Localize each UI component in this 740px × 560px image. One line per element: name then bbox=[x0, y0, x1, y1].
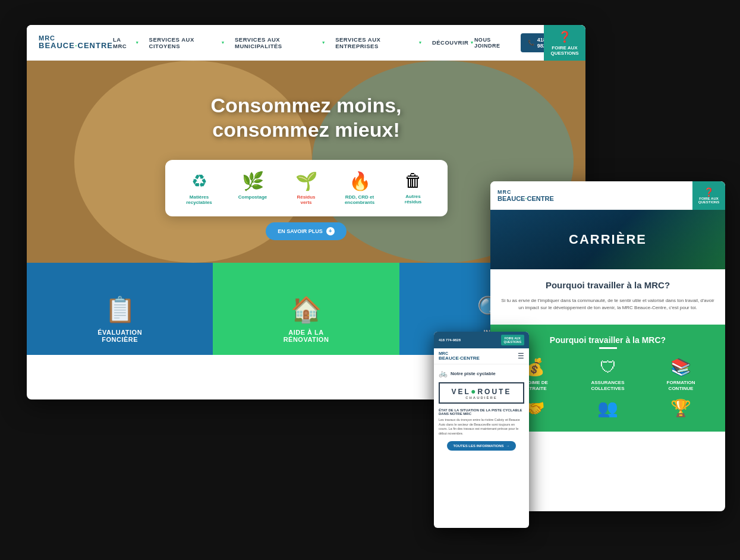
mobile-logo: MRC BEAUCE·CENTRE bbox=[439, 351, 480, 361]
plus-icon: + bbox=[326, 227, 335, 235]
tablet-logo: MRC BEAUCE·CENTRE bbox=[497, 189, 554, 202]
nav-decouvrir[interactable]: DÉCOUVRIR ▼ bbox=[432, 39, 474, 46]
mobile-etat-desc: Les travaux du tronçon entre la rivière … bbox=[439, 418, 524, 436]
tile-evaluation-label: ÉVALUATIONFONCIÈRE bbox=[97, 329, 142, 343]
trash-icon: 🗑 bbox=[404, 171, 422, 191]
tablet-benefits-row2: 🤝 👥 🏆 bbox=[501, 398, 714, 421]
tablet-question-icon: ❓ bbox=[704, 187, 714, 197]
hero-cards-container: ♻ Matièresrecyclables 🌿 Compostage 🌱 Rés… bbox=[165, 160, 448, 216]
document-search-icon: 📋 bbox=[105, 295, 136, 324]
tablet-logo-beauce: BEAUCE·CENTRE bbox=[497, 195, 554, 202]
fire-icon: 🔥 bbox=[349, 171, 371, 191]
mobile-logo-bar: MRC BEAUCE·CENTRE ☰ bbox=[434, 348, 529, 364]
desktop-nav: LA MRC ▼ SERVICES AUX CITOYENS ▼ SERVICE… bbox=[113, 36, 474, 49]
leaf-icon: 🌱 bbox=[295, 171, 317, 191]
nous-joindre-label: NOUS JOINDRE bbox=[474, 37, 515, 49]
house-tools-icon: 🏠 bbox=[291, 295, 322, 324]
foire-aux-questions-button[interactable]: ❓ FOIRE AUXQUESTIONS bbox=[544, 25, 585, 61]
tablet-career-hero: CARRIÈRE bbox=[490, 210, 725, 269]
formation-label: FORMATIONCONTINUE bbox=[667, 380, 695, 391]
nav-services-citoyens[interactable]: SERVICES AUX CITOYENS ▼ bbox=[149, 36, 225, 49]
mobile-etat-title: ÉTAT DE LA SITUATION DE LA PISTE CYCLABL… bbox=[439, 408, 524, 416]
nav-services-municipalites[interactable]: SERVICES AUX MUNICIPALITÉS ▼ bbox=[235, 36, 326, 49]
tablet-header: MRC BEAUCE·CENTRE ☰ ❓ FOIRE AUXQUESTIONS bbox=[490, 181, 725, 210]
mobile-browser: 418 774-9828 FOIRE AUXQUESTIONS MRC BEAU… bbox=[434, 332, 529, 528]
tablet-foire-button[interactable]: ❓ FOIRE AUXQUESTIONS bbox=[692, 181, 725, 210]
compostage-label: Compostage bbox=[238, 194, 267, 200]
mobile-piste-title-row: 🚲 Notre piste cyclable bbox=[439, 369, 524, 377]
tablet-why-section: Pourquoi travailler à la MRC? Si tu as e… bbox=[490, 269, 725, 325]
tile-evaluation-fonciere[interactable]: 📋 ÉVALUATIONFONCIÈRE bbox=[27, 263, 213, 355]
nav-services-entreprises[interactable]: SERVICES AUX ENTREPRISES ▼ bbox=[335, 36, 423, 49]
extra3-icon: 🏆 bbox=[670, 398, 691, 418]
phone-icon: 📞 bbox=[528, 40, 534, 46]
mobile-foire-label: FOIRE AUXQUESTIONS bbox=[504, 336, 521, 344]
residus-verts-label: Résidusverts bbox=[297, 194, 315, 206]
tablet-foire-label: FOIRE AUXQUESTIONS bbox=[698, 197, 719, 204]
benefit-formation-continue: 📚 FORMATIONCONTINUE bbox=[647, 357, 714, 391]
mobile-foire-button[interactable]: FOIRE AUXQUESTIONS bbox=[501, 335, 524, 345]
assurances-label: ASSURANCESCOLLECTIVES bbox=[591, 380, 624, 391]
tile-aide-renovation[interactable]: 🏠 AIDE À LARÉNOVATION bbox=[213, 263, 399, 355]
desktop-header: MRC BEAUCE·CENTRE LA MRC ▼ SERVICES AUX … bbox=[27, 25, 585, 61]
benefit-extra2: 👥 bbox=[574, 398, 641, 421]
tablet-why-desc: Si tu as envie de t'impliquer dans ta co… bbox=[501, 297, 714, 312]
tablet-benefits-grid: 💰 RÉGIME DERETRAITE 🛡 ASSURANCESCOLLECTI… bbox=[501, 357, 714, 391]
hero-card-rdd[interactable]: 🔥 RDD, CRD etencombrants bbox=[341, 171, 379, 206]
career-title: CARRIÈRE bbox=[569, 232, 647, 247]
mobile-hamburger[interactable]: ☰ bbox=[518, 352, 524, 360]
logo-beauce-centre: BEAUCE·CENTRE bbox=[39, 42, 113, 50]
bike-icon: 🚲 bbox=[439, 369, 448, 377]
arrow-icon: → bbox=[506, 444, 510, 448]
tablet-logo-mrc: MRC bbox=[497, 189, 554, 195]
hero-card-compostage[interactable]: 🌿 Compostage bbox=[234, 171, 272, 200]
assurances-icon: 🛡 bbox=[600, 357, 616, 377]
mobile-phone-number: 418 774-9828 bbox=[439, 338, 461, 342]
question-icon: ❓ bbox=[558, 30, 571, 43]
benefit-assurances: 🛡 ASSURANCESCOLLECTIVES bbox=[574, 357, 641, 391]
hero-card-residus-verts[interactable]: 🌱 Résidusverts bbox=[287, 171, 326, 206]
compost-icon: 🌿 bbox=[242, 171, 264, 191]
extra2-icon: 👥 bbox=[597, 398, 618, 418]
tablet-why-title: Pourquoi travailler à la MRC? bbox=[501, 280, 714, 290]
formation-icon: 📚 bbox=[670, 357, 691, 377]
nav-la-mrc[interactable]: LA MRC ▼ bbox=[113, 36, 140, 49]
hero-title: Consommez moins, consommez mieux! bbox=[210, 93, 401, 142]
hero-card-matieres[interactable]: ♻ Matièresrecyclables bbox=[180, 171, 219, 206]
en-savoir-plus-button[interactable]: EN SAVOIR PLUS + bbox=[266, 222, 346, 240]
hero-card-autres[interactable]: 🗑 Autresrésidus bbox=[394, 171, 433, 205]
foire-label: FOIRE AUXQUESTIONS bbox=[550, 45, 578, 56]
mobile-logo-mrc: MRC bbox=[439, 351, 480, 355]
tile-renovation-label: AIDE À LARÉNOVATION bbox=[284, 329, 329, 343]
rdd-label: RDD, CRD etencombrants bbox=[345, 194, 374, 206]
scene: MRC BEAUCE·CENTRE LA MRC ▼ SERVICES AUX … bbox=[0, 0, 740, 560]
velroute-logo: VEL●ROUTE CHAUDIÈRE bbox=[439, 382, 524, 404]
matieres-label: Matièresrecyclables bbox=[186, 194, 212, 206]
recycle-icon: ♻ bbox=[191, 171, 207, 191]
velroute-name: VEL●ROUTE bbox=[443, 386, 520, 396]
benefit-extra3: 🏆 bbox=[647, 398, 714, 421]
mobile-logo-beauce: BEAUCE·CENTRE bbox=[439, 355, 480, 361]
autres-label: Autresrésidus bbox=[405, 194, 421, 205]
mobile-content: 🚲 Notre piste cyclable VEL●ROUTE CHAUDIÈ… bbox=[434, 364, 529, 455]
mobile-info-button[interactable]: TOUTES LES INFORMATIONS → bbox=[447, 441, 515, 451]
velroute-sub-label: CHAUDIÈRE bbox=[443, 396, 520, 399]
mobile-header: 418 774-9828 FOIRE AUXQUESTIONS bbox=[434, 332, 529, 348]
mobile-piste-text: Notre piste cyclable bbox=[451, 371, 496, 376]
tablet-green-divider bbox=[599, 347, 617, 349]
desktop-logo: MRC BEAUCE·CENTRE bbox=[39, 34, 113, 50]
tablet-green-title: Pourquoi travailler à la MRC? bbox=[501, 335, 714, 345]
